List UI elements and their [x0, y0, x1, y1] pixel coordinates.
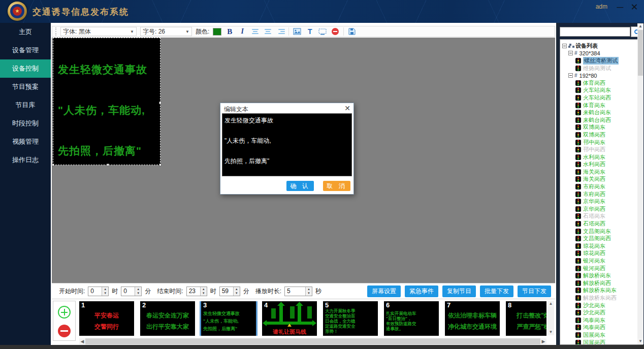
device-item[interactable]: 火车站岗西 — [562, 94, 642, 102]
spinner-arrows[interactable]: ▲▼ — [233, 287, 240, 296]
sidebar-item-device-control[interactable]: 设备控制 — [0, 59, 51, 78]
device-item[interactable]: 水利岗西 — [562, 161, 642, 169]
cancel-button[interactable]: 取 消 — [323, 181, 350, 191]
device-item[interactable]: 鸿泰岗西 — [562, 324, 642, 332]
stop-icon[interactable] — [331, 27, 340, 36]
color-swatch[interactable] — [213, 28, 221, 36]
sidebar-item-schedule-control[interactable]: 时段控制 — [0, 114, 51, 133]
device-item[interactable]: 解放桥岗东 — [562, 272, 642, 279]
tree-group-192x80[interactable]: #192*80 — [562, 72, 642, 79]
led-preview-panel[interactable]: 发生轻微交通事故"人未伤，车能动,先拍照，后撤离" — [53, 38, 160, 165]
device-item[interactable]: 沙北岗西 — [562, 309, 642, 316]
sidebar-item-device-management[interactable]: 设备管理 — [0, 41, 51, 59]
device-item[interactable]: 沙北岗东 — [562, 302, 642, 309]
scroll-right-icon[interactable]: ▶ — [540, 338, 546, 344]
device-item[interactable]: 京华岗西 — [562, 205, 642, 213]
device-item[interactable]: 体育岗西 — [562, 79, 642, 87]
device-item[interactable]: 海关岗东 — [562, 168, 642, 176]
device-item[interactable]: 文昌阁岗东 — [562, 228, 642, 235]
program-thumbnail-3[interactable]: 3发生轻微交通事故"人未伤，车能动,先拍照，后撤离" — [201, 301, 256, 336]
program-thumbnail-5[interactable]: 5大力开展秋冬季交通安全整治百日会战，全力稳定道路交通安全形势！ — [323, 301, 378, 336]
scrollbar-thumb[interactable] — [85, 338, 540, 344]
align-center-icon[interactable] — [263, 27, 272, 36]
device-item[interactable]: 螺丝湾桥测试 — [562, 57, 642, 65]
device-item[interactable]: 市府岗东 — [562, 183, 642, 191]
resize-handle[interactable] — [107, 164, 109, 166]
device-item[interactable]: 邗中岗东 — [562, 139, 642, 146]
device-item[interactable]: 鸿泰岗东 — [562, 316, 642, 324]
device-item[interactable]: 国展岗东 — [562, 331, 642, 339]
sidebar-item-program-plan[interactable]: 节目预案 — [0, 78, 51, 96]
collapse-icon[interactable] — [562, 44, 567, 48]
device-item[interactable]: 石塔岗东 — [562, 213, 642, 220]
add-program-icon[interactable] — [58, 306, 71, 319]
toolbar-grip[interactable] — [55, 27, 57, 36]
align-left-icon[interactable] — [250, 27, 260, 36]
start-minute-input[interactable]: 0 ▲▼ — [121, 287, 142, 296]
device-item[interactable]: 双博岗东 — [562, 124, 642, 132]
device-item[interactable]: 解放桥东岗东 — [562, 287, 642, 295]
horizontal-scrollbar[interactable]: ◀ ▶ — [79, 338, 546, 344]
spinner-arrows[interactable]: ▲▼ — [102, 287, 108, 296]
sidebar-item-operation-log[interactable]: 操作日志 — [0, 151, 51, 169]
device-item[interactable]: 国展岗西 — [562, 339, 642, 345]
italic-button[interactable]: I — [238, 27, 247, 36]
device-item[interactable]: 京华岗东 — [562, 198, 642, 205]
program-thumbnail-1[interactable]: 1平安春运交警同行 — [79, 301, 134, 336]
remove-program-icon[interactable] — [58, 325, 71, 337]
device-item[interactable]: 双博岗西 — [562, 131, 642, 139]
close-icon[interactable]: ✕ — [628, 1, 641, 13]
device-item[interactable]: 来鹤台岗东 — [562, 109, 642, 116]
device-item[interactable]: 体育岗东 — [562, 102, 642, 109]
bold-button[interactable]: B — [225, 27, 234, 36]
device-item[interactable]: 石塔岗西 — [562, 220, 642, 228]
duration-input[interactable]: 5 ▲▼ — [284, 287, 312, 296]
scrollbar-thumb[interactable] — [638, 30, 643, 76]
resize-handle[interactable] — [52, 164, 54, 166]
emergency-event-button[interactable]: 紧急事件 — [405, 285, 438, 297]
vertical-scrollbar[interactable]: ▲ ▼ — [548, 301, 554, 335]
scroll-down-icon[interactable]: ▼ — [637, 338, 643, 344]
font-family-select[interactable]: 字体: 黑体 ▼ — [60, 27, 137, 36]
batch-send-button[interactable]: 批量下发 — [480, 285, 513, 297]
scroll-left-icon[interactable]: ◀ — [79, 338, 85, 344]
program-send-button[interactable]: 节目下发 — [518, 285, 551, 297]
font-size-select[interactable]: 字号: 26 ▼ — [140, 27, 192, 36]
device-item[interactable]: 解放桥岗西 — [562, 279, 642, 287]
marquee-icon[interactable] — [318, 27, 327, 36]
insert-image-icon[interactable] — [293, 27, 302, 36]
scroll-up-icon[interactable]: ▲ — [548, 301, 554, 307]
scroll-up-icon[interactable]: ▲ — [637, 23, 643, 29]
insert-text-icon[interactable]: T — [305, 27, 314, 36]
sidebar-item-video-management[interactable]: 视频管理 — [0, 133, 51, 151]
device-item[interactable]: 火车站岗东 — [562, 87, 642, 94]
device-item[interactable]: 银河岗西 — [562, 265, 642, 272]
scroll-down-icon[interactable]: ▼ — [548, 329, 554, 335]
device-item[interactable]: 文昌阁岗西 — [562, 235, 642, 242]
device-item[interactable]: 琼花岗东 — [562, 242, 642, 250]
minimize-icon[interactable]: ─ — [614, 1, 627, 13]
resize-handle[interactable] — [159, 102, 162, 104]
device-item[interactable]: 海关岗西 — [562, 176, 642, 183]
start-hour-input[interactable]: 0 ▲▼ — [88, 287, 109, 296]
spinner-arrows[interactable]: ▲▼ — [305, 287, 312, 296]
device-item[interactable]: 邗中岗西 — [562, 146, 642, 153]
device-item[interactable]: 琼花岗西 — [562, 250, 642, 258]
device-search-input[interactable] — [560, 27, 630, 37]
end-minute-input[interactable]: 59 ▲▼ — [219, 287, 240, 296]
screen-settings-button[interactable]: 屏幕设置 — [367, 285, 401, 297]
program-thumbnail-8[interactable]: 8打击整改"灯严查严惩"机 — [506, 301, 546, 336]
program-thumbnail-2[interactable]: 2春运安全连万家出行平安靠大家 — [140, 301, 195, 336]
tree-scrollbar[interactable]: ▲ ▼ — [637, 23, 643, 344]
copy-program-button[interactable]: 复制节目 — [442, 285, 476, 297]
program-thumbnail-7[interactable]: 7依法治理非标车辆净化城市交通环境 — [445, 301, 500, 336]
device-item[interactable]: 银河岗东 — [562, 257, 642, 265]
device-item[interactable]: 市府岗西 — [562, 191, 642, 198]
tree-group-320x384[interactable]: #320*384 — [562, 50, 642, 57]
save-icon[interactable] — [347, 27, 357, 36]
align-right-icon[interactable] — [276, 27, 285, 36]
end-hour-input[interactable]: 23 ▲▼ — [186, 287, 207, 296]
program-thumbnail-6[interactable]: 6扎实开展电动车"百日整治"，有效预防道路交通事故。 — [384, 301, 439, 336]
confirm-button[interactable]: 确 认 — [286, 181, 314, 191]
device-item[interactable]: 解放桥东岗西 — [562, 294, 642, 302]
